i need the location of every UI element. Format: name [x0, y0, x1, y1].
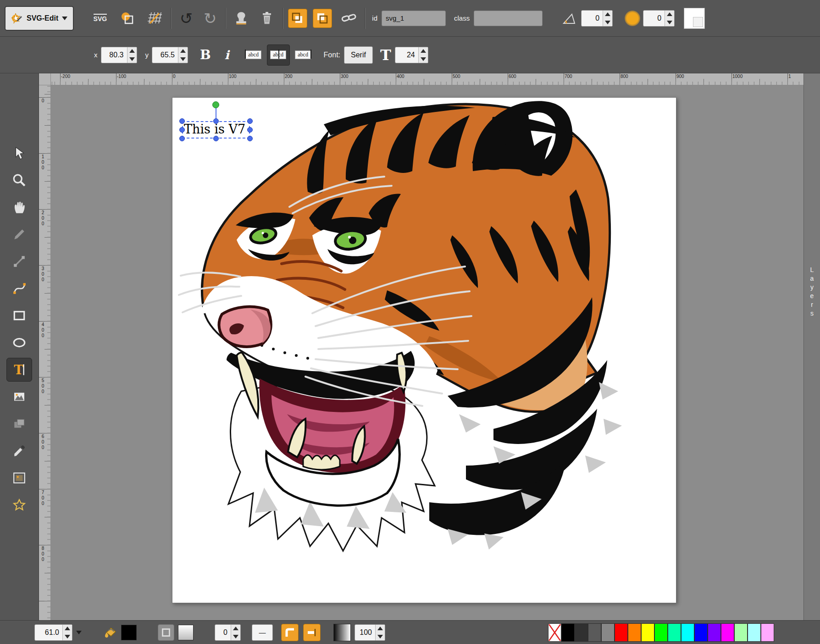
rotate-handle[interactable]	[212, 101, 219, 108]
stroke-color-swatch[interactable]	[178, 625, 194, 640]
palette-swatch[interactable]	[694, 623, 708, 642]
spin-down-icon[interactable]	[377, 635, 383, 638]
zoom-value[interactable]: 61.0	[35, 625, 62, 640]
move-to-top-button[interactable]	[313, 9, 332, 28]
spin-up-icon[interactable]	[421, 49, 426, 53]
blur-stepper[interactable]	[665, 11, 674, 26]
tool-line[interactable]	[6, 250, 32, 273]
palette-swatch[interactable]	[708, 623, 721, 642]
blur-icon[interactable]	[625, 11, 640, 26]
x-value[interactable]: 80.3	[101, 47, 127, 63]
canvas[interactable]	[172, 97, 676, 603]
text-anchor-end-button[interactable]: abcd	[292, 44, 315, 66]
zoom-dropdown-icon[interactable]	[76, 631, 82, 634]
opacity-value[interactable]: 100	[355, 625, 375, 640]
palette-swatch[interactable]	[761, 623, 774, 642]
x-spinner[interactable]: 80.3	[101, 47, 137, 63]
tool-pencil[interactable]	[6, 222, 32, 246]
spin-up-icon[interactable]	[129, 49, 135, 53]
spin-up-icon[interactable]	[65, 627, 70, 630]
palette-swatch[interactable]	[588, 623, 601, 642]
spin-up-icon[interactable]	[180, 49, 186, 53]
text-anchor-middle-button[interactable]: abcd	[267, 44, 290, 66]
stroke-width-stepper[interactable]	[231, 625, 240, 640]
palette-swatch[interactable]	[601, 623, 615, 642]
canvas-text-element[interactable]: This is V7	[184, 122, 249, 136]
spin-down-icon[interactable]	[667, 21, 672, 24]
opacity-gradient-icon[interactable]	[333, 624, 351, 641]
selection-handle-e[interactable]	[247, 127, 253, 133]
tool-frame-image[interactable]	[6, 466, 32, 490]
font-family-button[interactable]: Serif	[344, 46, 373, 64]
y-stepper[interactable]	[178, 47, 188, 63]
palette-swatch[interactable]	[575, 623, 588, 642]
font-size-spinner[interactable]: 24	[395, 47, 428, 63]
tool-pan[interactable]	[6, 195, 32, 219]
spin-up-icon[interactable]	[605, 12, 610, 16]
selection-handle-sw[interactable]	[179, 136, 185, 141]
selection-handle-se[interactable]	[247, 136, 253, 141]
palette-swatch[interactable]	[615, 623, 628, 642]
italic-button[interactable]: i	[225, 48, 229, 62]
fill-color-swatch[interactable]	[121, 625, 137, 640]
tool-text[interactable]: T	[6, 358, 32, 382]
rotation-stepper[interactable]	[603, 11, 612, 26]
x-stepper[interactable]	[127, 47, 137, 63]
selection-handle-nw[interactable]	[179, 118, 185, 124]
linecap-button[interactable]	[303, 624, 321, 641]
opacity-spinner[interactable]: 100	[355, 624, 385, 641]
selection-handle-ne[interactable]	[247, 118, 253, 124]
opacity-stepper[interactable]	[375, 625, 385, 640]
text-anchor-start-button[interactable]: abcd	[242, 44, 265, 66]
spin-down-icon[interactable]	[65, 635, 70, 638]
palette-swatch[interactable]	[628, 623, 641, 642]
palette-swatch-none[interactable]	[548, 623, 561, 642]
page-color-swatch[interactable]	[684, 8, 705, 29]
palette-swatch[interactable]	[721, 623, 734, 642]
make-link-button[interactable]	[338, 8, 360, 28]
y-spinner[interactable]: 65.5	[152, 47, 188, 63]
tool-eyedropper[interactable]	[6, 439, 32, 463]
selection-handle-w[interactable]	[179, 127, 185, 133]
tool-ellipse[interactable]	[6, 331, 32, 355]
main-menu-button[interactable]: SVG-Edit	[5, 6, 74, 31]
palette-swatch[interactable]	[668, 623, 681, 642]
tool-rectangle[interactable]	[6, 304, 32, 328]
bold-button[interactable]: B	[200, 47, 211, 62]
spin-down-icon[interactable]	[421, 57, 426, 61]
font-size-value[interactable]: 24	[395, 47, 418, 63]
fill-color-button[interactable]	[101, 623, 119, 642]
blur-value[interactable]: 0	[643, 11, 665, 26]
spin-down-icon[interactable]	[129, 57, 135, 61]
tool-zoom[interactable]	[6, 168, 32, 192]
tool-select[interactable]	[6, 141, 32, 165]
zoom-stepper[interactable]	[62, 625, 72, 640]
linejoin-button[interactable]	[281, 624, 299, 641]
selection-handle-n[interactable]	[213, 118, 219, 124]
stroke-width-spinner[interactable]: 0	[215, 624, 241, 641]
zoom-spinner[interactable]: 61.0	[34, 624, 72, 641]
clone-button[interactable]	[231, 8, 252, 28]
spin-down-icon[interactable]	[233, 635, 238, 638]
element-id-input[interactable]: svg_1	[382, 11, 446, 26]
palette-swatch[interactable]	[561, 623, 575, 642]
edit-source-button[interactable]: SVG	[89, 9, 111, 28]
blur-spinner[interactable]: 0	[643, 10, 675, 27]
redo-button[interactable]: ↻	[200, 8, 220, 28]
palette-swatch[interactable]	[734, 623, 748, 642]
spin-down-icon[interactable]	[180, 57, 186, 61]
palette-swatch[interactable]	[681, 623, 694, 642]
spin-up-icon[interactable]	[233, 627, 238, 630]
move-to-bottom-button[interactable]	[288, 9, 307, 28]
rotation-button[interactable]	[560, 9, 578, 28]
spin-up-icon[interactable]	[667, 12, 672, 16]
palette-swatch[interactable]	[654, 623, 668, 642]
font-size-stepper[interactable]	[418, 47, 428, 63]
undo-button[interactable]: ↺	[176, 8, 196, 28]
editor-preferences-button[interactable]	[144, 9, 166, 28]
rotation-value[interactable]: 0	[582, 11, 603, 26]
spin-down-icon[interactable]	[605, 21, 610, 24]
stroke-dash-select[interactable]: —	[252, 624, 273, 641]
tool-shape-library[interactable]	[6, 412, 32, 436]
element-class-input[interactable]	[474, 11, 543, 26]
